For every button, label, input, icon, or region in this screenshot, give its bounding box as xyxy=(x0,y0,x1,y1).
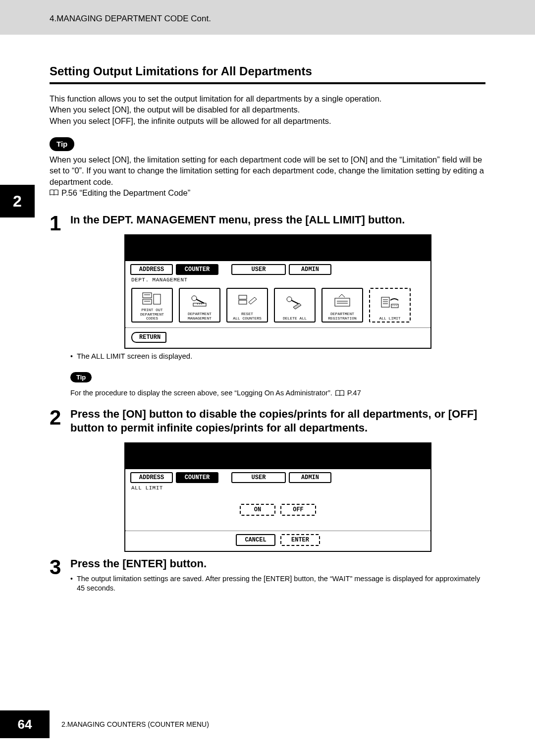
step-bullet: • The output limitation settings are sav… xyxy=(70,574,485,594)
key-erase-icon xyxy=(284,295,305,310)
tab-admin[interactable]: ADMIN xyxy=(289,264,331,275)
section-title: Setting Output Limitations for All Depar… xyxy=(50,64,485,78)
step-heading: Press the [ENTER] button. xyxy=(70,557,485,571)
svg-rect-1 xyxy=(143,299,152,304)
on-button[interactable]: ON xyxy=(240,504,275,516)
tip-ref: P.47 xyxy=(347,388,361,398)
svg-marker-14 xyxy=(293,303,301,309)
section-rule xyxy=(50,82,485,84)
book-icon xyxy=(50,189,58,196)
btn-label: DEPARTMENT CODES xyxy=(133,313,171,321)
btn-label: ALL COUNTERS xyxy=(233,317,262,321)
svg-rect-2 xyxy=(154,294,160,304)
btn-label: MANAGEMENT xyxy=(188,317,212,321)
eraser-icon xyxy=(237,293,258,308)
bullet-dot: • xyxy=(70,574,73,594)
step-heading: In the DEPT. MANAGEMENT menu, press the … xyxy=(70,213,485,227)
footer-text: 2.MANAGING COUNTERS (COUNTER MENU) xyxy=(61,720,209,728)
return-button[interactable]: RETURN xyxy=(131,332,166,343)
reference-text: P.56 “Editing the Department Code” xyxy=(61,187,190,198)
device-screen-all-limit: ADDRESS COUNTER USER ADMIN ALL LIMIT ON … xyxy=(124,442,431,552)
book-icon xyxy=(335,390,344,397)
footer: 64 2.MANAGING COUNTERS (COUNTER MENU) xyxy=(0,710,209,738)
svg-rect-15 xyxy=(335,298,350,306)
btn-dept-management[interactable]: *** DEPARTMENT MANAGEMENT xyxy=(179,288,220,323)
tab-user[interactable]: USER xyxy=(231,472,286,483)
enter-button[interactable]: ENTER xyxy=(280,534,320,546)
register-icon xyxy=(332,293,353,308)
bullet-dot: • xyxy=(70,352,73,362)
svg-line-13 xyxy=(291,300,299,304)
limit-icon: *** xyxy=(379,295,400,310)
svg-rect-18 xyxy=(381,297,389,307)
tip-badge: Tip xyxy=(70,372,92,382)
btn-label: DEPARTMENT xyxy=(188,312,212,316)
bullet-text: The output limitation settings are saved… xyxy=(77,574,485,594)
svg-marker-11 xyxy=(249,297,257,304)
device-screen-dept-mgmt: ADDRESS COUNTER USER ADMIN DEPT. MANAGEM… xyxy=(124,234,431,349)
step-number: 2 xyxy=(50,407,64,552)
header-bar: 4.MANAGING DEPARTMENT CODE Cont. xyxy=(0,0,535,35)
step-number: 1 xyxy=(50,213,64,398)
btn-label: RESET xyxy=(241,312,253,316)
btn-print-out-dept-codes[interactable]: PRINT OUT DEPARTMENT CODES xyxy=(131,288,173,323)
btn-label: PRINT OUT xyxy=(141,308,162,312)
reference-line: P.56 “Editing the Department Code” xyxy=(50,187,485,198)
tab-counter[interactable]: COUNTER xyxy=(176,472,218,483)
tip-text-line: For the procedure to display the screen … xyxy=(70,388,485,398)
tab-counter[interactable]: COUNTER xyxy=(176,264,218,275)
screen-status-bar xyxy=(125,443,430,469)
btn-label: REGISTRATION xyxy=(328,317,357,321)
svg-point-12 xyxy=(287,297,292,302)
step-bullet: • The ALL LIMIT screen is displayed. xyxy=(70,352,485,362)
intro-line: This function allows you to set the outp… xyxy=(50,93,485,104)
intro-text: This function allows you to set the outp… xyxy=(50,93,485,126)
btn-label: DEPARTMENT xyxy=(330,312,354,316)
off-button[interactable]: OFF xyxy=(280,504,316,516)
cancel-button[interactable]: CANCEL xyxy=(236,534,275,546)
btn-delete-all[interactable]: DELETE ALL xyxy=(274,288,316,323)
key-icon: *** xyxy=(189,293,210,308)
step-heading: Press the [ON] button to disable the cop… xyxy=(70,407,485,435)
step-3: 3 Press the [ENTER] button. • The output… xyxy=(50,557,485,594)
step-number: 3 xyxy=(50,557,64,594)
screen-status-bar xyxy=(125,235,430,261)
intro-line: When you select [ON], the output will be… xyxy=(50,104,485,115)
svg-text:***: *** xyxy=(197,303,203,307)
tab-user[interactable]: USER xyxy=(231,264,286,275)
btn-label: ALL LIMIT xyxy=(379,317,400,321)
tab-address[interactable]: ADDRESS xyxy=(130,264,173,275)
list-print-icon xyxy=(142,291,162,306)
svg-point-5 xyxy=(192,296,197,301)
tab-admin[interactable]: ADMIN xyxy=(289,472,331,483)
svg-rect-9 xyxy=(239,295,247,299)
step-1: 1 In the DEPT. MANAGEMENT menu, press th… xyxy=(50,213,485,398)
tip-text: When you select [ON], the limitation set… xyxy=(50,154,485,187)
screen-subheader: ALL LIMIT xyxy=(125,484,430,493)
svg-rect-10 xyxy=(239,300,247,304)
tip-badge: Tip xyxy=(50,137,74,151)
svg-rect-0 xyxy=(143,293,152,298)
btn-label: DELETE ALL xyxy=(283,317,307,321)
chapter-tab: 2 xyxy=(0,185,35,217)
tip-text: For the procedure to display the screen … xyxy=(70,388,332,398)
bullet-text: The ALL LIMIT screen is displayed. xyxy=(77,352,192,362)
intro-line: When you select [OFF], the infinite outp… xyxy=(50,115,485,126)
tab-address[interactable]: ADDRESS xyxy=(130,472,173,483)
chapter-number: 2 xyxy=(13,192,22,211)
page-number: 64 xyxy=(0,710,50,738)
screen-subheader: DEPT. MANAGEMENT xyxy=(125,276,430,285)
btn-dept-registration[interactable]: DEPARTMENT REGISTRATION xyxy=(321,288,363,323)
breadcrumb: 4.MANAGING DEPARTMENT CODE Cont. xyxy=(50,14,211,23)
svg-text:***: *** xyxy=(392,305,398,308)
btn-all-limit[interactable]: *** ALL LIMIT xyxy=(369,288,411,323)
btn-reset-all-counters[interactable]: RESET ALL COUNTERS xyxy=(226,288,268,323)
step-2: 2 Press the [ON] button to disable the c… xyxy=(50,407,485,552)
